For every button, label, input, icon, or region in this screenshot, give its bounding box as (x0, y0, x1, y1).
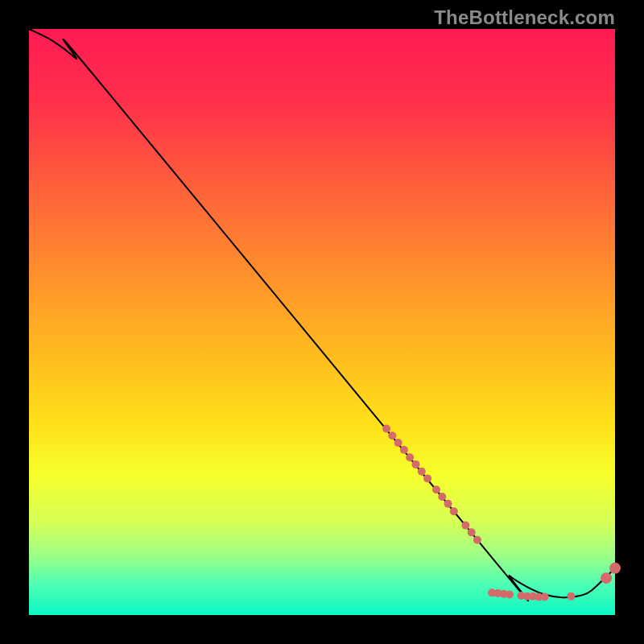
curve-marker (423, 474, 431, 482)
curve-marker (382, 425, 390, 433)
curve-marker (411, 460, 419, 469)
curve-marker (461, 522, 469, 530)
curve-marker (418, 468, 426, 476)
curve-marker (432, 485, 440, 493)
curve-marker (394, 439, 402, 447)
curve-marker (400, 446, 408, 454)
curve-marker (406, 453, 414, 461)
curve-marker (473, 536, 481, 544)
curve-marker (541, 592, 549, 601)
curve-markers (382, 425, 621, 601)
curve-marker (388, 431, 396, 440)
curve-marker (506, 591, 514, 599)
curve-marker (438, 493, 446, 501)
curve-marker (609, 563, 621, 574)
chart-svg-layer (29, 29, 615, 615)
chart-stage: TheBottleneck.com (0, 0, 644, 644)
curve-marker (450, 507, 458, 515)
curve-marker (444, 500, 452, 508)
bottleneck-curve (29, 29, 615, 601)
watermark-text: TheBottleneck.com (434, 6, 615, 29)
curve-marker (468, 528, 476, 536)
curve-marker (567, 592, 575, 601)
curve-marker (601, 572, 612, 584)
